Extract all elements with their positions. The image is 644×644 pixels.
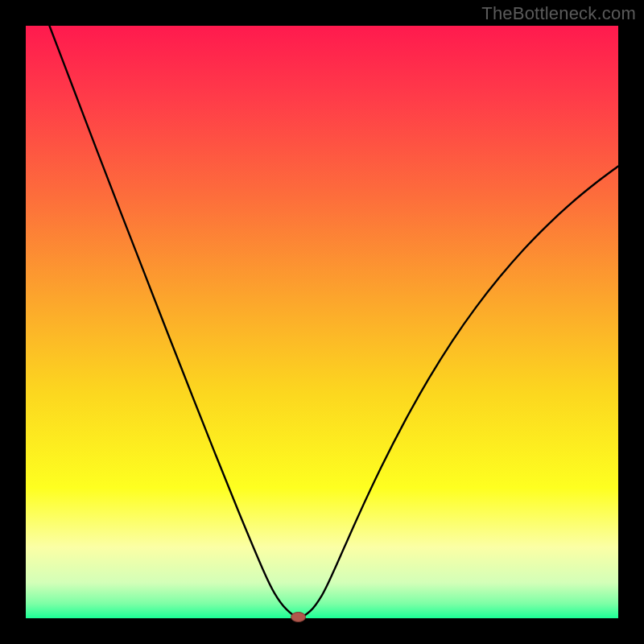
watermark-text: TheBottleneck.com: [481, 3, 636, 24]
plot-background: [26, 26, 618, 618]
chart-stage: TheBottleneck.com: [0, 0, 644, 644]
optimum-marker: [291, 613, 306, 622]
bottleneck-chart: [0, 0, 644, 644]
